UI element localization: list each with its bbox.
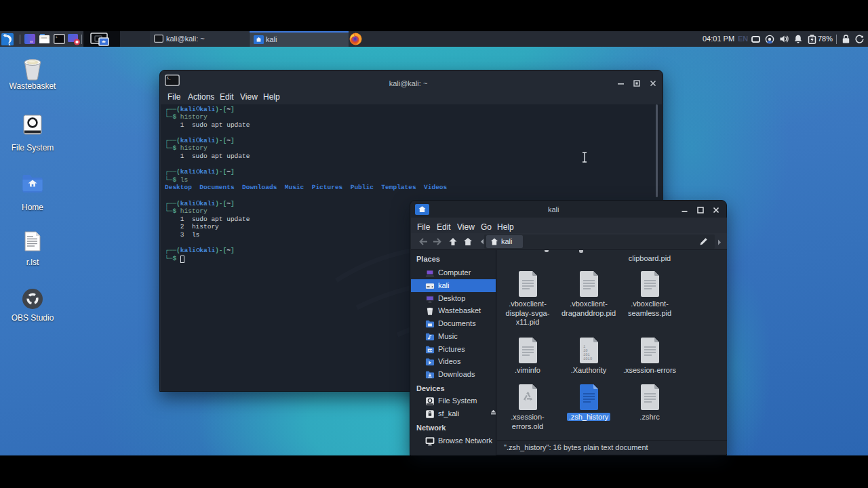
svg-text:1010: 1010 — [583, 357, 592, 361]
